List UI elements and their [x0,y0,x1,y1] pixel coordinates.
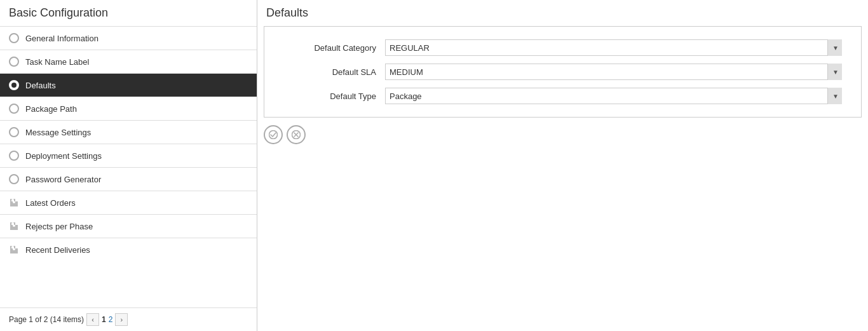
nav-item-label: Package Path [25,104,77,114]
defaults-form: Default CategoryREGULARPRIORITYURGENT▼De… [264,26,862,118]
nav-item-label: Recent Deliveries [25,245,90,255]
nav-item-deployment-settings[interactable]: Deployment Settings [0,144,257,167]
nav-item-defaults[interactable]: Defaults [0,73,257,97]
nav-item-rejects-per-phase[interactable]: Rejects per Phase [0,214,257,238]
nav-item-package-path[interactable]: Package Path [0,97,257,120]
left-panel-title: Basic Configuration [0,0,257,26]
nav-item-label: General Information [25,34,98,43]
right-panel: Defaults Default CategoryREGULARPRIORITY… [257,0,868,331]
check-icon [269,130,278,139]
circle-icon [9,33,19,43]
left-panel: Basic Configuration General InformationT… [0,0,257,331]
select-wrapper-default-type: PackageDocumentParcel▼ [385,88,842,104]
select-default-sla[interactable]: MEDIUMLOWHIGH [385,64,842,80]
nav-item-label: Task Name Label [25,57,89,67]
form-label-default-sla: Default SLA [283,67,385,77]
puzzle-icon [9,245,19,255]
form-row-default-sla: Default SLAMEDIUMLOWHIGH▼ [283,64,842,80]
puzzle-icon [9,198,19,208]
select-wrapper-default-sla: MEDIUMLOWHIGH▼ [385,64,842,80]
nav-item-recent-deliveries[interactable]: Recent Deliveries [0,238,257,261]
nav-list: General InformationTask Name LabelDefaul… [0,26,257,261]
select-wrapper-default-category: REGULARPRIORITYURGENT▼ [385,39,842,56]
cancel-button[interactable] [287,125,306,144]
circle-icon [9,80,19,90]
nav-item-label: Latest Orders [25,198,76,208]
select-default-category[interactable]: REGULARPRIORITYURGENT [385,39,842,56]
current-page: 1 [102,315,106,324]
form-row-default-type: Default TypePackageDocumentParcel▼ [283,88,842,104]
action-buttons [257,118,868,152]
nav-item-general-information[interactable]: General Information [0,26,257,50]
nav-item-label: Password Generator [25,175,101,184]
circle-icon [9,127,19,137]
select-default-type[interactable]: PackageDocumentParcel [385,88,842,104]
next-page-button[interactable]: › [115,313,128,326]
prev-page-button[interactable]: ‹ [86,313,99,326]
nav-item-latest-orders[interactable]: Latest Orders [0,191,257,214]
nav-item-label: Deployment Settings [25,151,102,161]
pagination-text: Page 1 of 2 (14 items) [9,315,84,324]
nav-item-task-name-label[interactable]: Task Name Label [0,50,257,73]
x-icon [292,130,301,139]
circle-icon [9,57,19,67]
circle-icon [9,104,19,114]
nav-item-label: Message Settings [25,128,91,137]
nav-item-label: Rejects per Phase [25,222,93,231]
form-label-default-category: Default Category [283,43,385,53]
next-page-link[interactable]: 2 [109,315,113,324]
form-row-default-category: Default CategoryREGULARPRIORITYURGENT▼ [283,39,842,56]
pagination: Page 1 of 2 (14 items) ‹ 1 2 › [0,307,257,331]
circle-icon [9,151,19,161]
nav-item-label: Defaults [25,81,56,90]
form-label-default-type: Default Type [283,91,385,101]
circle-icon [9,174,19,184]
nav-item-message-settings[interactable]: Message Settings [0,120,257,144]
puzzle-icon [9,221,19,231]
nav-item-password-generator[interactable]: Password Generator [0,167,257,191]
confirm-button[interactable] [264,125,283,144]
right-panel-title: Defaults [257,0,868,26]
